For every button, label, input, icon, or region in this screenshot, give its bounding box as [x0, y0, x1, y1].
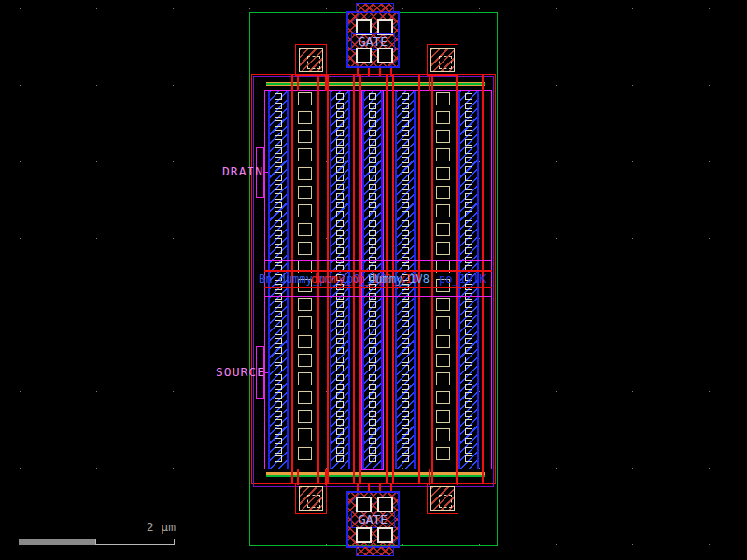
grid-dot [709, 8, 710, 9]
contact-cut [336, 438, 344, 444]
grid-dot [709, 238, 710, 239]
diffusion-contact [298, 167, 312, 180]
net-label[interactable]: po_1V1K [439, 273, 486, 286]
contact-cut [465, 320, 472, 327]
substrate-pad-hatch [430, 48, 455, 72]
diffusion-contact [298, 223, 312, 236]
contact-cut [465, 93, 472, 100]
contact-cut [369, 120, 376, 127]
contact-cut [336, 175, 344, 181]
grid-dot [326, 8, 327, 9]
grid-dot [556, 315, 557, 315]
contact-cut [465, 238, 472, 245]
contact-cut [369, 438, 376, 444]
grid-dot [96, 85, 97, 86]
scale-bar-label: 2 μm [120, 521, 176, 534]
contact-cut [465, 103, 472, 109]
contact-cut [336, 147, 344, 154]
diffusion-contact [298, 316, 312, 329]
pad-stub-top [325, 74, 327, 91]
gate-pad-bottom[interactable]: GATE [346, 491, 400, 548]
contact-cut [275, 392, 282, 399]
contact-cut [275, 120, 282, 127]
contact-cut [336, 347, 344, 354]
contact-cut [336, 103, 344, 109]
contact-cut [402, 301, 409, 308]
grid-dot [632, 161, 633, 162]
contact-cut [465, 147, 472, 154]
contact-cut [336, 384, 344, 390]
grid-dot [96, 468, 97, 469]
contact-cut [336, 211, 344, 217]
substrate-contact-pad[interactable] [295, 483, 327, 514]
contact-cut [336, 374, 344, 381]
diffusion-contact [436, 130, 450, 143]
grid-dot [96, 315, 97, 315]
contact-cut [465, 202, 472, 208]
contact-cut [402, 357, 409, 363]
substrate-contact-pad[interactable] [427, 44, 458, 76]
pad-stub-top [297, 74, 299, 91]
grid-dot [20, 315, 21, 315]
contact-cut [465, 247, 472, 254]
contact-cut [275, 111, 282, 118]
contact-cut [275, 311, 282, 317]
contact-cut [336, 320, 344, 327]
substrate-contact-pad[interactable] [427, 483, 458, 514]
grid-dot [632, 468, 633, 469]
drain-label[interactable]: DRAIN [222, 165, 263, 178]
contact-cut [402, 120, 409, 127]
gate-top-label[interactable]: GATE [348, 35, 398, 49]
poly-finger-line [431, 74, 433, 484]
gate-pad-top[interactable]: GATE [346, 11, 400, 68]
contact-cut [402, 175, 409, 181]
contact-cut [402, 455, 409, 462]
contact-cut [402, 220, 409, 227]
diffusion-contact [298, 204, 312, 217]
grid-dot [709, 391, 710, 392]
contact-cut [275, 357, 282, 363]
diffusion-contact [436, 447, 450, 460]
contact-cut [336, 130, 344, 136]
contact-cut [275, 347, 282, 354]
contact-cut [275, 419, 282, 426]
contact-cut [275, 157, 282, 163]
contact-cut [275, 202, 282, 208]
contact-cut [465, 357, 472, 363]
contact-cut [465, 374, 472, 381]
contact-cut [369, 175, 376, 181]
layout-canvas[interactable]: Bn_dummy_po_1p0_1V8dummy_po_1p0_x10dummy… [0, 0, 747, 560]
contact-cut [402, 238, 409, 245]
contact-cut [369, 139, 376, 146]
gate-pad-bottom-tab [356, 546, 394, 556]
diffusion-contact [436, 298, 450, 311]
contact-cut [402, 320, 409, 327]
contact-cut [336, 238, 344, 245]
source-label[interactable]: SOURCE [216, 366, 265, 379]
contact-cut [336, 184, 344, 190]
diff-line-top [266, 83, 485, 85]
contact-cut [336, 447, 344, 454]
grid-dot [556, 391, 557, 392]
contact-cut [336, 111, 344, 118]
gate-bottom-label[interactable]: GATE [348, 512, 398, 526]
grid-dot [249, 8, 250, 9]
substrate-contact-pad[interactable] [295, 44, 327, 76]
via-square [356, 48, 372, 63]
contact-cut [369, 374, 376, 381]
contact-cut [275, 139, 282, 146]
contact-cut [369, 320, 376, 327]
diffusion-contact [436, 186, 450, 199]
contact-cut [402, 130, 409, 136]
contact-cut [369, 411, 376, 417]
grid-dot [20, 85, 21, 86]
contact-cut [465, 130, 472, 136]
grid-dot [402, 8, 403, 9]
gate-pad-top-tab [356, 3, 394, 13]
diffusion-contact [436, 316, 450, 329]
pad-stub-top [457, 74, 458, 91]
net-label[interactable]: dummy_1V8 [369, 273, 430, 286]
contact-cut [369, 93, 376, 100]
contact-cut [369, 329, 376, 335]
diffusion-contact [436, 428, 450, 441]
